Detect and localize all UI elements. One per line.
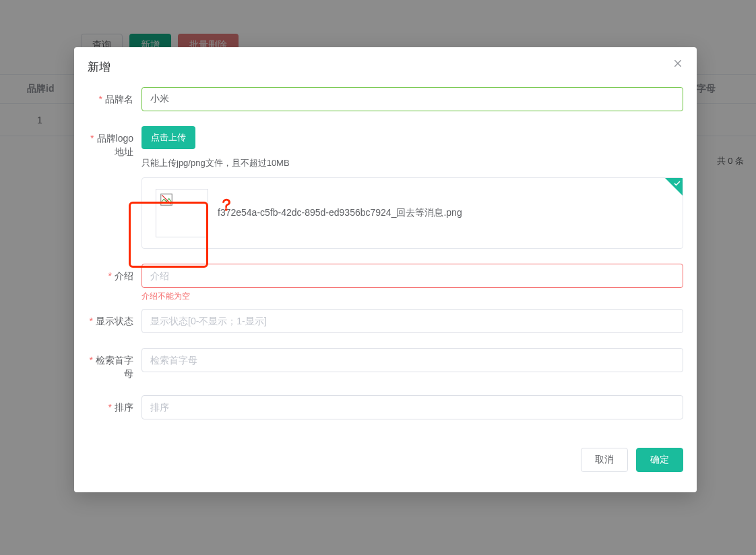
- label-intro: 介绍: [115, 270, 133, 281]
- label-brand-logo: 品牌logo地址: [97, 133, 133, 157]
- add-dialog: 新增 *品牌名 *品牌logo地址 点击上传 只能上传jpg/png文件，且不超…: [74, 47, 697, 492]
- upload-button[interactable]: 点击上传: [141, 126, 195, 149]
- upload-thumbnail: [156, 189, 208, 237]
- label-first-letter: 检索首字母: [96, 355, 133, 379]
- upload-file-name: f372e54a-c5fb-42dc-895d-ed9356bc7924_回去等…: [218, 207, 462, 219]
- intro-input[interactable]: [141, 264, 683, 288]
- intro-error: 介绍不能为空: [141, 291, 683, 302]
- broken-image-icon: [160, 194, 172, 206]
- cancel-button[interactable]: 取消: [581, 448, 628, 472]
- brand-name-input[interactable]: [141, 87, 683, 111]
- show-status-input[interactable]: [141, 309, 683, 333]
- label-sort: 排序: [115, 402, 133, 413]
- upload-success-badge: [665, 178, 683, 196]
- upload-file-card[interactable]: f372e54a-c5fb-42dc-895d-ed9356bc7924_回去等…: [141, 177, 683, 249]
- dialog-title: 新增: [88, 61, 111, 74]
- first-letter-input[interactable]: [141, 348, 683, 372]
- label-brand-name: 品牌名: [105, 94, 133, 105]
- sort-input[interactable]: [141, 395, 683, 419]
- confirm-button[interactable]: 确定: [636, 448, 683, 472]
- close-icon[interactable]: [672, 58, 685, 70]
- upload-tip: 只能上传jpg/png文件，且不超过10MB: [141, 157, 683, 169]
- label-show-status: 显示状态: [96, 316, 133, 326]
